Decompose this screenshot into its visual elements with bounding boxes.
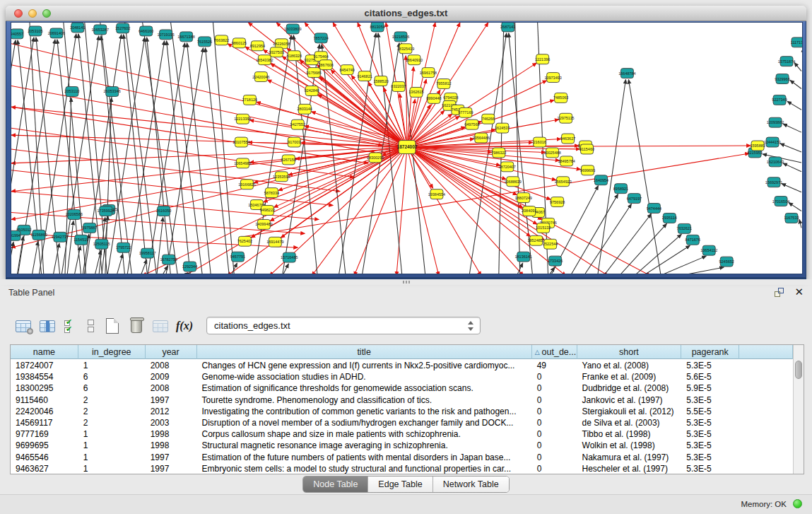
table-settings-button[interactable] — [13, 315, 34, 337]
table-cell[interactable]: 18300295 — [11, 382, 78, 394]
table-cell[interactable] — [739, 360, 793, 371]
table-cell[interactable]: 5.9E-5 — [681, 382, 739, 394]
table-cell[interactable]: Hescheler et al. (1997) — [577, 463, 682, 474]
table-cell[interactable]: 2 — [78, 406, 146, 417]
table-cell[interactable]: 1 — [78, 463, 146, 474]
column-header[interactable] — [739, 345, 793, 359]
table-cell[interactable]: 5.3E-5 — [681, 452, 739, 463]
table-cell[interactable] — [739, 371, 793, 382]
table-row[interactable]: 946362711997Embryonic stem cells: a mode… — [11, 463, 793, 474]
table-cell[interactable]: 0 — [532, 417, 577, 428]
table-cell[interactable]: 5.3E-5 — [681, 395, 739, 406]
table-cell[interactable]: Stergiakouli et al. (2012) — [577, 406, 682, 417]
table-cell[interactable] — [739, 382, 793, 394]
table-cell[interactable]: 9699695 — [11, 440, 78, 451]
table-cell[interactable]: 5.3E-5 — [681, 360, 739, 371]
tab-edge-table[interactable]: Edge Table — [368, 477, 433, 492]
table-cell[interactable]: Disruption of a novel member of a sodium… — [197, 417, 532, 428]
table-cell[interactable]: Dudbridge et al. (2008) — [577, 382, 682, 394]
table-cell[interactable]: Estimation of the future numbers of pati… — [197, 452, 532, 463]
table-cell[interactable]: Franke et al. (2009) — [577, 371, 682, 382]
table-cell[interactable]: 1 — [78, 428, 146, 440]
table-cell[interactable]: Genome-wide association studies in ADHD. — [197, 371, 532, 382]
table-cell[interactable]: 9465546 — [11, 452, 78, 463]
table-cell[interactable]: 2003 — [146, 417, 197, 428]
new-table-button[interactable] — [102, 315, 123, 337]
table-cell[interactable]: 1 — [78, 452, 146, 463]
table-cell[interactable]: 1998 — [146, 428, 197, 440]
table-cell[interactable]: 5.3E-5 — [681, 428, 739, 440]
table-row[interactable]: 2242004622012Investigating the contribut… — [11, 406, 793, 417]
table-cell[interactable]: 5.5E-5 — [681, 406, 739, 417]
table-row[interactable]: 1872400712008Changes of HCN gene express… — [11, 360, 793, 371]
tab-network-table[interactable]: Network Table — [433, 477, 509, 492]
table-cell[interactable] — [739, 463, 793, 474]
table-cell[interactable]: 49 — [532, 360, 577, 371]
column-header[interactable]: year — [146, 345, 197, 359]
table-cell[interactable]: 9463627 — [11, 463, 78, 474]
table-cell[interactable]: 2 — [78, 417, 146, 428]
clear-selection-button[interactable] — [81, 315, 102, 337]
table-cell[interactable]: Nakamura et al. (1997) — [577, 452, 682, 463]
column-header[interactable]: pagerank — [681, 345, 739, 359]
table-cell[interactable]: 9777169 — [11, 428, 78, 440]
table-cell[interactable]: 1997 — [146, 395, 197, 406]
column-header[interactable]: in_degree — [78, 345, 146, 359]
float-window-icon[interactable] — [775, 288, 784, 297]
column-header[interactable]: title — [197, 345, 532, 359]
table-cell[interactable]: 19384554 — [11, 371, 78, 382]
table-cell[interactable]: 2009 — [146, 371, 197, 382]
table-cell[interactable]: 5.6E-5 — [681, 371, 739, 382]
table-cell[interactable]: 0 — [532, 406, 577, 417]
table-cell[interactable]: Investigating the contribution of common… — [197, 406, 532, 417]
table-cell[interactable]: 2012 — [146, 406, 197, 417]
table-cell[interactable]: 18724007 — [11, 360, 78, 371]
table-cell[interactable]: Embryonic stem cells: a model to study s… — [197, 463, 532, 474]
table-cell[interactable]: 2008 — [146, 382, 197, 394]
table-row[interactable]: 1456911722003Disruption of a novel membe… — [11, 417, 793, 428]
select-column-button[interactable] — [37, 315, 58, 337]
table-cell[interactable]: 0 — [532, 382, 577, 394]
table-cell[interactable]: Yano et al. (2008) — [577, 360, 682, 371]
function-builder-button[interactable]: f(x) — [174, 315, 195, 337]
table-cell[interactable] — [739, 440, 793, 451]
table-cell[interactable]: Tibbo et al. (1998) — [577, 428, 682, 440]
table-select-dropdown[interactable]: citations_edges.txt — [206, 317, 481, 334]
citation-network-graph[interactable]: 9405572053105206914062048141106532871527… — [11, 23, 802, 274]
tab-node-table[interactable]: Node Table — [303, 477, 368, 492]
vertical-scrollbar[interactable] — [793, 345, 804, 474]
column-header[interactable]: △out_de... — [532, 345, 577, 359]
splitter-grip-icon[interactable] — [403, 281, 411, 284]
table-cell[interactable]: 14569117 — [11, 417, 78, 428]
table-cell[interactable]: 1998 — [146, 440, 197, 451]
table-cell[interactable]: 0 — [532, 440, 577, 451]
select-rows-button[interactable]: ✔ ✔ — [61, 315, 82, 337]
table-cell[interactable] — [739, 406, 793, 417]
table-cell[interactable]: 5.3E-5 — [681, 417, 739, 428]
table-cell[interactable]: Estimation of significance thresholds fo… — [197, 382, 532, 394]
table-cell[interactable]: 1 — [78, 360, 146, 371]
table-row[interactable]: 977716911998Corpus callosum shape and si… — [11, 428, 793, 440]
table-cell[interactable]: 0 — [532, 395, 577, 406]
table-cell[interactable]: 0 — [532, 452, 577, 463]
window-titlebar[interactable]: citations_edges.txt — [6, 6, 806, 21]
table-cell[interactable]: Structural magnetic resonance image aver… — [197, 440, 532, 451]
table-cell[interactable]: 1997 — [146, 452, 197, 463]
table-cell[interactable]: 2 — [78, 395, 146, 406]
column-header[interactable]: name — [11, 345, 78, 359]
column-header[interactable]: short — [577, 345, 682, 359]
table-cell[interactable] — [739, 428, 793, 440]
table-cell[interactable]: 1 — [78, 440, 146, 451]
table-cell[interactable]: 1997 — [146, 463, 197, 474]
close-panel-icon[interactable]: ✕ — [794, 286, 804, 298]
table-cell[interactable]: Corpus callosum shape and size in male p… — [197, 428, 532, 440]
table-cell[interactable]: 5.3E-5 — [681, 440, 739, 451]
table-cell[interactable]: Wolkin et al. (1998) — [577, 440, 682, 451]
table-cell[interactable]: 2008 — [146, 360, 197, 371]
delete-column-button[interactable] — [126, 315, 147, 337]
table-cell[interactable]: 0 — [532, 428, 577, 440]
table-cell[interactable]: 0 — [532, 371, 577, 382]
table-cell[interactable]: Changes of HCN gene expression and I(f) … — [197, 360, 532, 371]
table-cell[interactable]: Jankovic et al. (1997) — [577, 395, 682, 406]
table-cell[interactable]: Tourette syndrome. Phenomenology and cla… — [197, 395, 532, 406]
